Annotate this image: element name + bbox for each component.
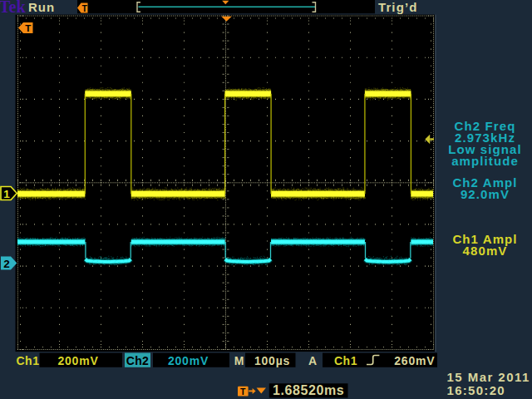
svg-text:Tek: Tek [0, 0, 26, 16]
svg-text:amplitude: amplitude [451, 154, 519, 168]
svg-text:Ch2: Ch2 [126, 354, 149, 367]
svg-text:Ch1: Ch1 [17, 354, 40, 367]
svg-text:16:50:20: 16:50:20 [447, 383, 505, 397]
svg-text:Ch1: Ch1 [334, 354, 357, 367]
svg-text:100µs: 100µs [254, 354, 290, 367]
svg-text:480mV: 480mV [463, 244, 508, 258]
svg-text:200mV: 200mV [57, 354, 98, 367]
svg-text:A: A [308, 354, 317, 367]
svg-text:T: T [25, 23, 31, 33]
svg-text:T: T [82, 3, 88, 13]
svg-text:92.0mV: 92.0mV [461, 187, 510, 201]
svg-text:Trig’d: Trig’d [378, 0, 417, 14]
svg-text:Run: Run [28, 0, 55, 14]
svg-text:2: 2 [3, 258, 10, 270]
svg-text:1.68520ms: 1.68520ms [273, 383, 344, 397]
svg-text:200mV: 200mV [168, 354, 209, 367]
svg-text:260mV: 260mV [394, 354, 435, 367]
svg-text:15 Mar 2011: 15 Mar 2011 [447, 370, 530, 384]
svg-text:1: 1 [3, 188, 10, 200]
svg-text:T: T [240, 387, 246, 397]
svg-text:M: M [234, 354, 244, 367]
